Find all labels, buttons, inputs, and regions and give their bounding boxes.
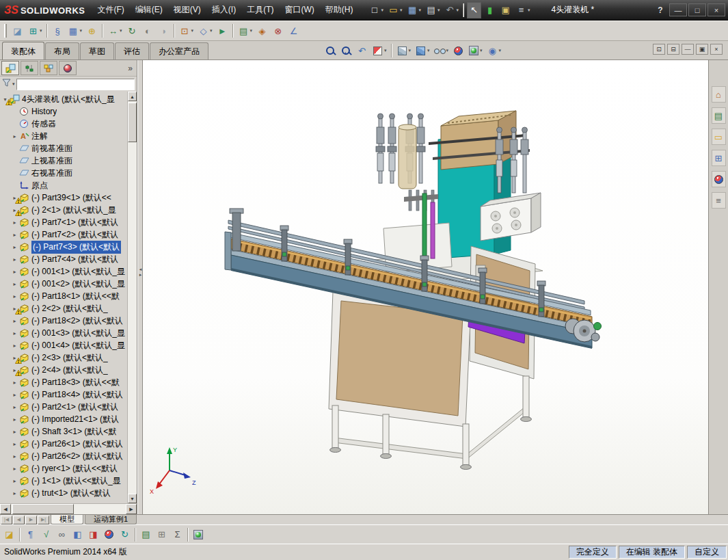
undo-icon[interactable]: ↶▾	[443, 2, 461, 18]
graphics-area[interactable]: Y Z X	[143, 60, 708, 514]
cascade-window-button[interactable]: ⊟	[667, 44, 679, 55]
tree-item[interactable]: ▸(-) Part18<4> (默认<默认	[0, 388, 127, 401]
minimize-button[interactable]: —	[669, 3, 687, 16]
tree-item[interactable]: History	[0, 105, 127, 118]
tree-item[interactable]: 上视基准面	[0, 155, 127, 167]
scroll-up-button[interactable]: ▲	[128, 92, 137, 101]
expand-arrow-icon[interactable]: ▸	[11, 318, 18, 324]
featuremanager-tab[interactable]	[1, 61, 19, 75]
reference-geometry-icon[interactable]: ◇▾	[196, 23, 214, 39]
next-tab-button[interactable]: ▶	[25, 516, 37, 524]
status-cell-2[interactable]: 自定义	[687, 546, 727, 559]
tree-item[interactable]: ▸(-) 1<1> (默认<<默认_显	[0, 475, 127, 487]
tree-item[interactable]: ▸(-) trut<1> (默认<默认	[0, 487, 127, 499]
dropdown-arrow-icon[interactable]: ▾	[381, 8, 384, 13]
zoom-to-area-icon[interactable]: +	[339, 42, 353, 59]
tree-item[interactable]: ▸(-) 001<3> (默认<默认_显	[0, 327, 127, 339]
dropdown-arrow-icon[interactable]: ▾	[250, 28, 253, 34]
dropdown-arrow-icon[interactable]: ▾	[384, 48, 387, 53]
tree-vertical-scrollbar[interactable]: ▲ ▼	[127, 92, 137, 503]
smart-fasteners-icon[interactable]: ⊕	[85, 23, 99, 39]
options-icon[interactable]: ≡▾	[514, 2, 532, 18]
bottom-tab-1[interactable]: 运动算例1	[85, 515, 137, 524]
scroll-right-button[interactable]: ▶	[126, 504, 137, 514]
expand-arrow-icon[interactable]: ▸	[11, 441, 18, 447]
design-library-icon[interactable]: ▤	[712, 107, 726, 124]
panel-expand-chevron[interactable]: »	[128, 64, 137, 73]
dropdown-arrow-icon[interactable]: ▾	[210, 28, 213, 34]
tree-item[interactable]: ▸(-) 2<4> (默认<默认_	[0, 364, 127, 376]
assembly-features-icon[interactable]: ⊡▾	[178, 23, 196, 39]
expand-arrow-icon[interactable]: ▸	[11, 133, 18, 139]
tree-item[interactable]: ▸(-) 2<3> (默认<默认_	[0, 351, 127, 364]
tree-item[interactable]: ▸(-) 001<1> (默认<默认_显	[0, 265, 127, 278]
expand-arrow-icon[interactable]: ▸	[11, 343, 18, 349]
tree-item[interactable]: ▸(-) Shaft 3<1> (默认<默	[0, 425, 127, 438]
displaymanager-tab[interactable]	[59, 61, 77, 75]
apply-scene-icon[interactable]	[191, 526, 205, 543]
close-document-button[interactable]: ×	[710, 44, 723, 55]
command-tab-2[interactable]: 草图	[80, 42, 114, 59]
tree-item[interactable]: ▸(-) Part7<3> (默认<默认	[0, 241, 127, 253]
select-icon[interactable]: ↖	[467, 2, 481, 18]
tile-window-button[interactable]: ⊡	[653, 44, 665, 55]
tree-item[interactable]: ▸(-) 2<1> (默认<默认_显	[0, 204, 127, 216]
dropdown-arrow-icon[interactable]: ▾	[400, 8, 403, 13]
dropdown-arrow-icon[interactable]: ▾	[427, 48, 430, 53]
filter-input[interactable]	[16, 79, 135, 90]
edit-appearance-icon[interactable]	[451, 42, 466, 59]
scrollbar-thumb[interactable]	[128, 103, 137, 142]
tree-item[interactable]: ▸(-) Imported21<1> (默认	[0, 413, 127, 425]
bill-of-materials-icon[interactable]: ▤	[139, 526, 153, 543]
dropdown-arrow-icon[interactable]: ▾	[191, 28, 194, 34]
splitter-handle[interactable]: ◂▸	[138, 267, 143, 278]
mate-icon[interactable]: §	[51, 23, 65, 39]
hide-show-items-icon[interactable]: ▾	[433, 42, 450, 59]
expand-arrow-icon[interactable]: ▸	[11, 232, 18, 238]
expand-arrow-icon[interactable]: ▸	[11, 490, 18, 496]
expand-arrow-icon[interactable]: ▸	[11, 379, 18, 386]
note-icon[interactable]: ¶	[23, 526, 38, 543]
previous-tab-button[interactable]: ◀	[13, 516, 25, 524]
tree-item[interactable]: ▸(-) 001<4> (默认<默认_显	[0, 339, 127, 351]
custom-properties-icon[interactable]: ≡	[712, 192, 726, 209]
tree-item[interactable]: ▸A注解	[0, 130, 127, 142]
expand-arrow-icon[interactable]: ▸	[11, 269, 18, 275]
move-component-icon[interactable]: ↔▾	[106, 23, 124, 39]
interference-detection-icon[interactable]: ⊗	[271, 23, 285, 39]
toolbar-grip[interactable]	[4, 24, 7, 38]
scroll-down-button[interactable]: ▼	[128, 494, 137, 503]
dropdown-arrow-icon[interactable]: ▾	[480, 48, 483, 53]
dropdown-arrow-icon[interactable]: ▾	[120, 28, 122, 34]
view-orientation-icon[interactable]: ▾	[395, 42, 413, 59]
tree-item[interactable]: ▸(-) Part7<1> (默认<默认	[0, 216, 127, 228]
tree-item[interactable]: 原点	[0, 179, 127, 191]
open-document-icon[interactable]: ▭▾	[386, 2, 404, 18]
expand-arrow-icon[interactable]: ▸	[11, 404, 18, 410]
hscrollbar-thumb[interactable]	[12, 504, 74, 514]
tree-item[interactable]: ▸(-) Part7<4> (默认<默认	[0, 253, 127, 265]
tree-item[interactable]: ▸(-) ryer<1> (默认<<默认	[0, 462, 127, 475]
display-style-icon[interactable]: ▾	[414, 42, 431, 59]
dropdown-arrow-icon[interactable]: ▾	[499, 48, 502, 53]
new-document-icon[interactable]: □▾	[368, 2, 386, 18]
tree-item[interactable]: ▸(-) Part18<2> (默认<默认	[0, 315, 127, 327]
panel-splitter[interactable]: ◂▸	[137, 60, 143, 514]
menu-item-2[interactable]: 视图(V)	[168, 0, 206, 20]
rotate-component-icon[interactable]: ↻	[125, 23, 139, 39]
menu-item-3[interactable]: 插入(I)	[206, 0, 241, 20]
measure-icon[interactable]: ∠	[286, 23, 301, 39]
menu-item-1[interactable]: 编辑(E)	[130, 0, 168, 20]
edit-component-icon[interactable]: ◪	[10, 23, 25, 39]
expand-arrow-icon[interactable]: ▸	[11, 219, 18, 226]
rotate-view-icon[interactable]: ↻	[118, 526, 132, 543]
expand-arrow-icon[interactable]: ▸	[11, 281, 18, 287]
tree-item[interactable]: 前视基准面	[0, 142, 127, 155]
tree-item[interactable]: ▸(-) Part2<1> (默认<默认	[0, 401, 127, 413]
bottom-tab-0[interactable]: 模型	[51, 515, 83, 524]
propertymanager-tab[interactable]	[21, 61, 38, 75]
bill-of-materials-icon[interactable]: ▤▾	[237, 23, 254, 39]
tree-item[interactable]: ▾4头灌装机 (默认<默认_显	[0, 93, 127, 105]
first-tab-button[interactable]: |◀	[1, 516, 12, 524]
tree-item[interactable]: ▸(-) Part26<1> (默认<默认	[0, 438, 127, 450]
